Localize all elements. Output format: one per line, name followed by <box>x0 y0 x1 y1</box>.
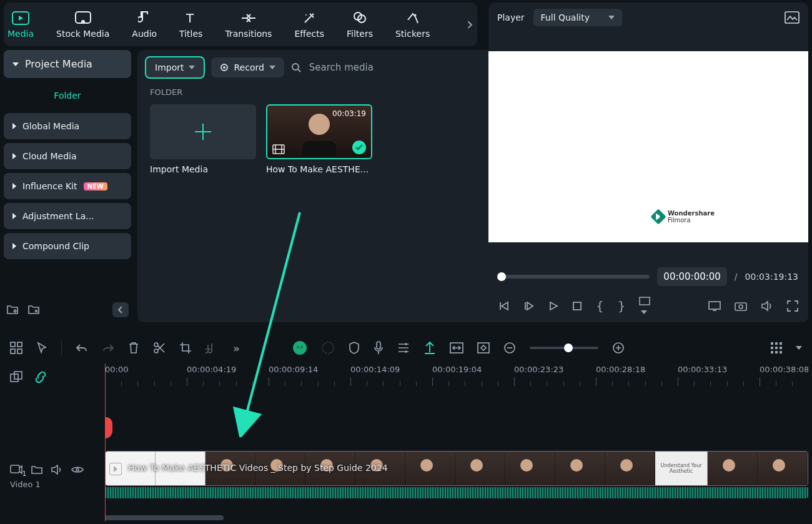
svg-point-47 <box>76 468 79 471</box>
chevron-down-icon[interactable] <box>796 346 802 350</box>
svg-point-19 <box>739 305 743 309</box>
app-grid-icon[interactable] <box>10 342 22 354</box>
view-grid-icon[interactable] <box>771 342 782 353</box>
tab-stickers[interactable]: Stickers <box>395 10 430 39</box>
speed-icon[interactable] <box>321 341 335 355</box>
timeline-tracks[interactable]: 00:0000:00:04:1900:00:09:1400:00:14:0900… <box>105 363 808 522</box>
shield-icon[interactable] <box>349 342 360 354</box>
sidebar-item-adjustment-layer[interactable]: Adjustment La... <box>4 203 131 229</box>
tabs-more-icon[interactable]: › <box>467 14 473 34</box>
eye-icon[interactable] <box>71 465 84 474</box>
svg-rect-46 <box>11 465 19 473</box>
snapshot-icon[interactable] <box>785 11 800 24</box>
screen-icon[interactable] <box>708 301 721 311</box>
tab-transitions[interactable]: Transitions <box>225 10 272 39</box>
svg-rect-20 <box>11 342 15 347</box>
tab-label: Transitions <box>225 29 272 39</box>
link-icon[interactable] <box>34 371 47 383</box>
sidebar-item-cloud-media[interactable]: Cloud Media <box>4 143 131 169</box>
mute-icon[interactable] <box>51 465 62 475</box>
sidebar-item-folder[interactable]: Folder <box>4 82 131 109</box>
play-icon[interactable] <box>548 301 558 311</box>
play-forward-icon[interactable] <box>523 301 535 311</box>
sidebar-item-influence-kit[interactable]: Influence Kit NEW <box>4 173 131 199</box>
tab-stock-media[interactable]: Stock Media <box>56 10 109 39</box>
stock-media-icon <box>75 10 91 26</box>
collapse-sidebar-icon[interactable] <box>112 302 129 317</box>
clip-play-icon[interactable] <box>109 463 122 475</box>
sidebar-item-compound-clip[interactable]: Compound Clip <box>4 233 131 259</box>
tab-filters[interactable]: Filters <box>347 10 373 39</box>
tab-label: Stickers <box>395 29 430 39</box>
playhead[interactable] <box>105 363 106 522</box>
video-clip[interactable]: How To Make AESTHETIC Videos _ Step by S… <box>105 451 808 486</box>
svg-text:T: T <box>186 11 194 25</box>
stop-icon[interactable] <box>572 301 582 311</box>
crop-icon[interactable] <box>179 342 192 354</box>
cursor-icon[interactable] <box>36 342 47 354</box>
record-button[interactable]: Record <box>211 57 284 77</box>
fit-icon[interactable] <box>450 342 463 353</box>
quality-select[interactable]: Full Quality <box>533 9 622 26</box>
mic-icon[interactable] <box>374 341 384 355</box>
audio-track-icon[interactable] <box>397 342 410 353</box>
media-clip-card[interactable]: 00:03:19 How To Make AESTHE... <box>266 104 372 174</box>
sidebar-item-project-media[interactable]: Project Media <box>4 50 131 78</box>
mark-out-icon[interactable]: } <box>618 299 626 314</box>
scrub-bar[interactable] <box>498 275 650 279</box>
audio-beat-icon[interactable] <box>205 342 219 353</box>
volume-icon[interactable] <box>761 300 773 312</box>
display-options-icon[interactable] <box>639 296 653 316</box>
svg-point-27 <box>297 346 299 349</box>
scissors-icon[interactable] <box>153 342 166 354</box>
svg-rect-18 <box>735 303 746 310</box>
svg-rect-22 <box>11 349 15 353</box>
marker-icon[interactable] <box>423 341 436 355</box>
playhead-handle[interactable] <box>105 417 112 438</box>
svg-point-3 <box>81 20 85 24</box>
player-label: Player <box>497 12 525 22</box>
sidebar-item-label: Compound Clip <box>22 241 89 251</box>
tab-audio[interactable]: Audio <box>132 10 157 39</box>
timeline-ruler[interactable]: 00:0000:00:04:1900:00:09:1400:00:14:0900… <box>105 363 808 391</box>
media-icon <box>12 10 29 26</box>
svg-marker-1 <box>19 16 23 21</box>
import-media-card[interactable]: Import Media <box>150 104 256 174</box>
scrub-handle[interactable] <box>497 272 506 281</box>
tab-effects[interactable]: Effects <box>294 10 324 39</box>
new-folder-icon[interactable] <box>6 304 19 315</box>
tab-label: Media <box>7 29 34 39</box>
more-tools-icon[interactable]: » <box>233 342 240 355</box>
folder-icon[interactable] <box>31 465 42 475</box>
prev-frame-icon[interactable] <box>498 301 510 311</box>
duplicate-icon[interactable] <box>10 371 22 383</box>
svg-rect-41 <box>771 351 773 353</box>
import-button[interactable]: Import <box>145 56 205 79</box>
ai-icon[interactable] <box>292 340 307 355</box>
mark-in-icon[interactable]: { <box>596 299 604 314</box>
timeline-scroll[interactable] <box>105 515 224 520</box>
keyframe-icon[interactable] <box>477 342 490 353</box>
sidebar-item-global-media[interactable]: Global Media <box>4 113 131 139</box>
camera-icon[interactable] <box>735 301 747 311</box>
svg-rect-14 <box>785 12 799 23</box>
zoom-slider[interactable] <box>530 347 598 349</box>
sidebar-item-label: Project Media <box>25 58 92 70</box>
preview-canvas[interactable]: WondershareFilmora <box>488 51 808 242</box>
svg-rect-36 <box>775 342 778 345</box>
svg-rect-43 <box>780 351 782 353</box>
fullscreen-icon[interactable] <box>787 300 798 312</box>
tab-media[interactable]: Media <box>7 10 34 39</box>
zoom-handle[interactable] <box>564 344 573 352</box>
redo-icon[interactable] <box>102 343 114 353</box>
zoom-in-icon[interactable] <box>612 342 625 354</box>
video-track-icon[interactable]: 1 <box>10 465 22 475</box>
zoom-out-icon[interactable] <box>503 342 516 354</box>
timeline-left: 1 Video 1 <box>4 363 105 522</box>
delete-icon[interactable] <box>128 342 139 354</box>
svg-rect-42 <box>775 351 778 353</box>
undo-icon[interactable] <box>76 343 88 353</box>
audio-waveform[interactable] <box>105 487 808 498</box>
delete-folder-icon[interactable] <box>27 304 40 315</box>
tab-titles[interactable]: T Titles <box>179 10 202 39</box>
